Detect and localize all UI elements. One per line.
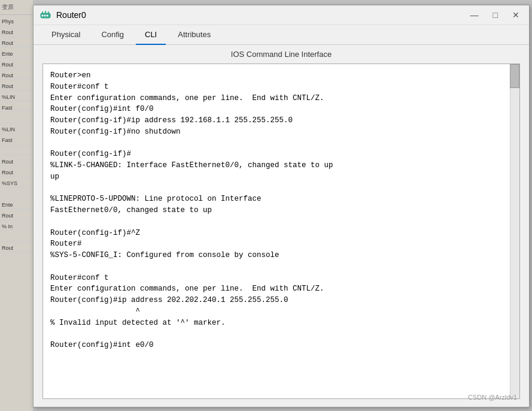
scrollbar[interactable] [510, 64, 519, 398]
sidebar-row [0, 231, 33, 241]
tabs-bar: Physical Config CLI Attributes [34, 25, 529, 45]
sidebar-row: %SYS [0, 177, 33, 188]
sidebar-top-label: 变原 [0, 0, 33, 15]
sidebar-row: Rout [0, 37, 33, 47]
scrollbar-thumb[interactable] [510, 64, 519, 88]
console-area[interactable]: Router>en Router#conf t Enter configurat… [42, 64, 520, 399]
section-title: IOS Command Line Interface [34, 45, 529, 64]
sidebar-row: Fast [0, 134, 33, 144]
console-output[interactable]: Router>en Router#conf t Enter configurat… [43, 64, 519, 398]
sidebar-row: % In [0, 220, 33, 231]
watermark: CSDN @Arzldv1 [468, 394, 517, 401]
maximize-button[interactable]: □ [490, 9, 501, 21]
window-title: Router0 [56, 10, 86, 20]
tab-cli[interactable]: CLI [136, 25, 166, 45]
sidebar-row: Rout [0, 155, 33, 166]
sidebar-row: Rout [0, 58, 33, 69]
svg-point-3 [47, 15, 48, 17]
svg-point-1 [42, 15, 44, 17]
title-bar: Router0 — □ ✕ [34, 5, 529, 25]
sidebar-row: Ente [0, 47, 33, 58]
sidebar-rows: PhysRoutRoutEnteRoutRoutRout%LINFast%LIN… [0, 15, 33, 252]
sidebar-row: Rout [0, 166, 33, 177]
sidebar-row: Fast [0, 101, 33, 112]
window-controls: — □ ✕ [467, 9, 523, 21]
sidebar-row [0, 112, 33, 123]
sidebar-row: Rout [0, 80, 33, 90]
sidebar-row: Rout [0, 69, 33, 80]
close-button[interactable]: ✕ [509, 9, 523, 21]
sidebar-row: %LIN [0, 123, 33, 134]
sidebar-row: %LIN [0, 90, 33, 101]
tab-physical[interactable]: Physical [42, 25, 89, 45]
svg-point-2 [44, 15, 46, 17]
left-sidebar: 变原 PhysRoutRoutEnteRoutRoutRout%LINFast%… [0, 0, 33, 411]
title-left: Router0 [39, 9, 86, 21]
sidebar-row [0, 144, 33, 155]
sidebar-row: Rout [0, 241, 33, 252]
minimize-button[interactable]: — [467, 9, 482, 21]
sidebar-row: Phys [0, 15, 33, 26]
sidebar-row [0, 188, 33, 198]
sidebar-row: Rout [0, 209, 33, 220]
sidebar-row: Rout [0, 26, 33, 37]
tab-attributes[interactable]: Attributes [169, 25, 220, 45]
main-window: Router0 — □ ✕ Physical Config CLI Attrib… [33, 5, 530, 407]
router-icon [39, 9, 51, 21]
sidebar-row: Ente [0, 198, 33, 209]
tab-config[interactable]: Config [92, 25, 133, 45]
